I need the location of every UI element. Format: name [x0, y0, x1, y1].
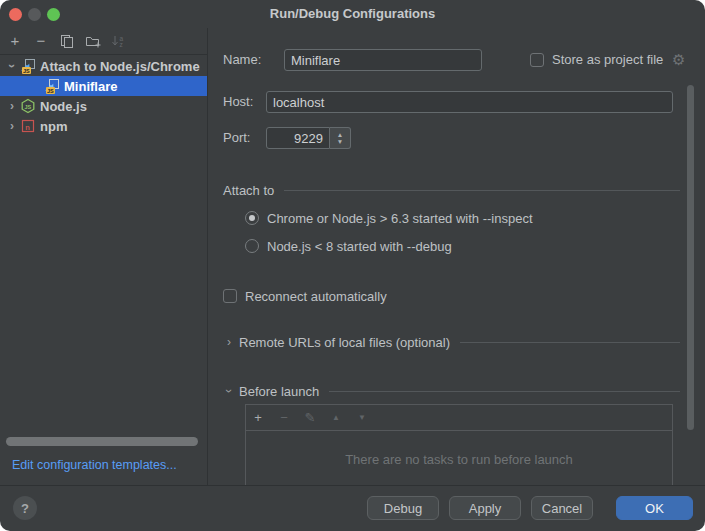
- edit-configuration-templates-link[interactable]: Edit configuration templates...: [12, 458, 177, 472]
- move-task-up-icon: ▲: [329, 411, 343, 425]
- edit-task-icon: ✎: [303, 411, 317, 425]
- configurations-tree: › JS Attach to Node.js/Chrome: [0, 56, 207, 136]
- store-as-project-file-checkbox[interactable]: [530, 53, 544, 67]
- apply-button[interactable]: Apply: [449, 496, 521, 520]
- attach-nodejs-chrome-icon: JS: [44, 78, 60, 94]
- separator-line: [460, 342, 680, 343]
- svg-text:n: n: [25, 123, 30, 132]
- tree-item-npm[interactable]: › n npm: [0, 116, 207, 136]
- before-launch-tasks-panel: + − ✎ ▲ ▼ There are no tasks to run befo…: [245, 404, 673, 486]
- ok-button[interactable]: OK: [616, 496, 693, 520]
- radio-label: Node.js < 8 started with --debug: [267, 239, 452, 254]
- attach-to-label: Attach to: [223, 183, 274, 198]
- tree-item-attach-to-nodejs-chrome[interactable]: › JS Attach to Node.js/Chrome: [0, 56, 207, 76]
- radio-nodejs-debug[interactable]: Node.js < 8 started with --debug: [245, 238, 452, 254]
- tree-item-label: Node.js: [40, 99, 87, 114]
- sort-configurations-icon[interactable]: a z: [111, 33, 127, 49]
- title-bar: Run/Debug Configurations: [0, 0, 705, 28]
- tree-item-miniflare[interactable]: JS Miniflare: [0, 76, 207, 96]
- sidebar-horizontal-scrollbar[interactable]: [6, 437, 198, 446]
- add-task-icon[interactable]: +: [251, 411, 265, 425]
- tasks-toolbar: + − ✎ ▲ ▼: [246, 405, 672, 431]
- chevron-down-icon[interactable]: ›: [6, 59, 18, 73]
- svg-text:JS: JS: [23, 68, 30, 74]
- tree-item-label: Miniflare: [64, 79, 117, 94]
- move-task-down-icon: ▼: [355, 411, 369, 425]
- reconnect-automatically-row[interactable]: Reconnect automatically: [223, 288, 387, 304]
- nodejs-icon: JS: [20, 98, 36, 114]
- zoom-window-button[interactable]: [47, 8, 60, 21]
- footer-buttons: Debug Apply Cancel OK: [367, 496, 693, 520]
- before-launch-section-header[interactable]: › Before launch: [223, 383, 680, 399]
- tree-item-label: npm: [40, 119, 67, 134]
- spinner-up-icon[interactable]: ▲: [337, 131, 343, 138]
- sidebar-toolbar: + − a z: [0, 28, 207, 55]
- remove-task-icon: −: [277, 411, 291, 425]
- chevron-down-icon[interactable]: ›: [223, 384, 235, 398]
- help-button[interactable]: ?: [13, 496, 37, 520]
- radio-button-selected[interactable]: [245, 211, 259, 225]
- port-input[interactable]: [266, 127, 330, 149]
- remote-urls-section-header[interactable]: › Remote URLs of local files (optional): [223, 334, 680, 350]
- close-window-button[interactable]: [9, 8, 22, 21]
- separator-line: [284, 190, 680, 191]
- npm-icon: n: [20, 118, 36, 134]
- empty-tasks-message: There are no tasks to run before launch: [246, 431, 672, 486]
- cancel-button[interactable]: Cancel: [531, 496, 593, 520]
- radio-chrome-inspect[interactable]: Chrome or Node.js > 6.3 started with --i…: [245, 210, 533, 226]
- tree-item-nodejs[interactable]: › JS Node.js: [0, 96, 207, 116]
- attach-nodejs-chrome-icon: JS: [20, 58, 36, 74]
- content-vertical-scrollbar[interactable]: [687, 85, 694, 430]
- chevron-right-icon[interactable]: ›: [6, 99, 18, 113]
- chevron-right-icon[interactable]: ›: [223, 335, 235, 349]
- svg-text:JS: JS: [47, 88, 54, 94]
- configuration-form: Name: Store as project file ⚙ Host: Port…: [208, 28, 705, 486]
- before-launch-label: Before launch: [239, 384, 319, 399]
- host-label: Host:: [223, 94, 253, 110]
- attach-to-group-header: Attach to: [223, 182, 680, 198]
- name-input[interactable]: [284, 49, 482, 71]
- svg-text:JS: JS: [24, 104, 31, 110]
- copy-configuration-icon[interactable]: [59, 33, 75, 49]
- radio-button[interactable]: [245, 239, 259, 253]
- remove-configuration-icon[interactable]: −: [33, 33, 49, 49]
- minimize-window-button: [28, 8, 41, 21]
- remote-urls-label: Remote URLs of local files (optional): [239, 335, 450, 350]
- run-debug-configurations-dialog: Run/Debug Configurations + −: [0, 0, 705, 531]
- dialog-title: Run/Debug Configurations: [0, 0, 705, 28]
- port-stepper[interactable]: ▲ ▼: [330, 127, 351, 149]
- name-label: Name:: [223, 52, 261, 68]
- host-input[interactable]: [266, 91, 673, 113]
- add-configuration-icon[interactable]: +: [7, 33, 23, 49]
- store-as-project-file-label: Store as project file: [552, 52, 663, 68]
- spinner-down-icon[interactable]: ▼: [337, 138, 343, 145]
- separator-line: [329, 391, 680, 392]
- debug-button[interactable]: Debug: [367, 496, 439, 520]
- gear-icon[interactable]: ⚙: [672, 52, 685, 68]
- port-label: Port:: [223, 130, 250, 146]
- chevron-right-icon[interactable]: ›: [6, 119, 18, 133]
- port-field: ▲ ▼: [266, 127, 351, 149]
- dialog-footer: ? Debug Apply Cancel OK: [0, 485, 705, 531]
- reconnect-checkbox[interactable]: [223, 289, 237, 303]
- reconnect-label: Reconnect automatically: [245, 289, 387, 304]
- svg-text:z: z: [120, 41, 123, 48]
- tree-item-label: Attach to Node.js/Chrome: [40, 59, 200, 74]
- configurations-sidebar: + − a z: [0, 28, 208, 486]
- new-folder-icon[interactable]: [85, 33, 101, 49]
- radio-label: Chrome or Node.js > 6.3 started with --i…: [267, 211, 533, 226]
